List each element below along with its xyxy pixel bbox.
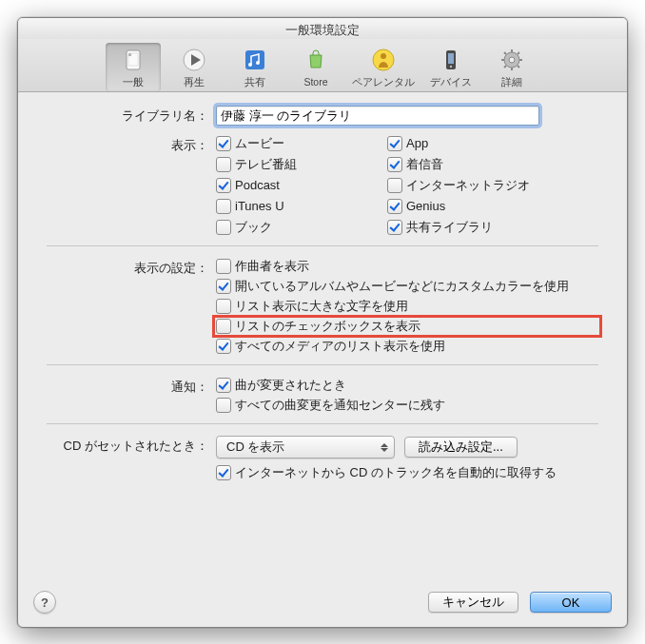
svg-point-6 — [248, 63, 252, 67]
import-settings-button[interactable]: 読み込み設定... — [404, 437, 518, 458]
svg-line-19 — [504, 52, 506, 54]
checkbox-list-view-all-media[interactable]: すべてのメディアのリスト表示を使用 — [216, 338, 598, 355]
ok-button[interactable]: OK — [530, 592, 612, 613]
show-section-label: 表示： — [47, 135, 216, 154]
checkbox-ringtones[interactable]: 着信音 — [387, 156, 598, 173]
checkbox-internet-radio[interactable]: インターネットラジオ — [387, 177, 598, 194]
window-title: 一般環境設定 — [18, 18, 627, 39]
gear-icon — [498, 46, 526, 74]
footer: ? キャンセル OK — [18, 581, 627, 627]
svg-rect-1 — [128, 53, 131, 56]
tab-store[interactable]: Store — [288, 43, 343, 91]
checkbox-shared-libraries[interactable]: 共有ライブラリ — [387, 219, 598, 236]
svg-point-14 — [509, 57, 515, 63]
view-settings-label: 表示の設定： — [47, 258, 216, 277]
tab-label: 共有 — [244, 76, 265, 89]
tab-label: ペアレンタル — [352, 76, 415, 89]
tab-label: 詳細 — [501, 76, 522, 89]
checkbox-genius[interactable]: Genius — [387, 198, 598, 215]
notifications-label: 通知： — [47, 377, 216, 396]
checkbox-keep-in-notification-center[interactable]: すべての曲変更を通知センターに残す — [216, 397, 598, 414]
general-icon — [119, 46, 147, 74]
tab-label: 一般 — [123, 76, 144, 89]
help-button[interactable]: ? — [33, 591, 56, 614]
svg-point-9 — [381, 53, 386, 59]
cancel-button[interactable]: キャンセル — [428, 592, 518, 613]
content-area: ライブラリ名： 表示： ムービー App テレビ番組 着信音 Podcast イ… — [18, 92, 627, 581]
store-bag-icon — [302, 46, 330, 74]
checkbox-podcasts[interactable]: Podcast — [216, 177, 387, 194]
svg-rect-11 — [448, 53, 454, 64]
preferences-window: 一般環境設定 一般 再生 共有 — [17, 17, 628, 628]
tab-label: デバイス — [430, 76, 472, 89]
tab-general[interactable]: 一般 — [106, 43, 161, 91]
tab-label: 再生 — [184, 76, 205, 89]
music-notes-icon — [241, 46, 269, 74]
svg-line-22 — [518, 52, 519, 54]
divider — [47, 245, 598, 246]
tab-parental[interactable]: ペアレンタル — [349, 43, 418, 91]
checkbox-show-list-checkboxes[interactable]: リストのチェックボックスを表示 — [216, 318, 598, 335]
checkbox-books[interactable]: ブック — [216, 219, 387, 236]
checkbox-song-changes[interactable]: 曲が変更されたとき — [216, 377, 598, 394]
checkbox-tv[interactable]: テレビ番組 — [216, 156, 387, 173]
checkbox-show-composer[interactable]: 作曲者を表示 — [216, 258, 598, 275]
tab-advanced[interactable]: 詳細 — [484, 43, 539, 91]
tab-playback[interactable]: 再生 — [166, 43, 222, 91]
tab-label: Store — [303, 76, 327, 88]
cd-action-popup[interactable]: CD を表示 — [216, 436, 395, 459]
checkbox-movies[interactable]: ムービー — [216, 135, 387, 152]
help-icon: ? — [41, 595, 49, 610]
toolbar: 一般 再生 共有 Store — [18, 39, 627, 92]
checkbox-large-text[interactable]: リスト表示に大きな文字を使用 — [216, 298, 598, 315]
library-name-label: ライブラリ名： — [47, 106, 216, 125]
tab-devices[interactable]: デバイス — [423, 43, 479, 91]
highlighted-option: リストのチェックボックスを表示 — [214, 317, 600, 336]
svg-point-12 — [450, 66, 452, 68]
checkbox-custom-colors[interactable]: 開いているアルバムやムービーなどにカスタムカラーを使用 — [216, 278, 598, 295]
updown-arrows-icon — [381, 443, 388, 452]
library-name-input[interactable] — [216, 106, 539, 126]
svg-rect-5 — [245, 50, 264, 69]
device-icon — [437, 46, 465, 74]
svg-line-21 — [504, 66, 506, 68]
checkbox-apps[interactable]: App — [387, 135, 598, 152]
divider — [47, 364, 598, 365]
checkbox-auto-cd-track-names[interactable]: インターネットから CD のトラック名を自動的に取得する — [216, 464, 598, 481]
cd-insert-label: CD がセットされたとき： — [47, 436, 216, 455]
parental-icon — [369, 46, 398, 74]
svg-point-7 — [256, 61, 260, 65]
svg-line-20 — [518, 66, 519, 68]
play-icon — [180, 46, 208, 74]
divider — [47, 423, 598, 424]
checkbox-itunesu[interactable]: iTunes U — [216, 198, 387, 215]
tab-sharing[interactable]: 共有 — [227, 43, 283, 91]
popup-value: CD を表示 — [226, 439, 284, 456]
